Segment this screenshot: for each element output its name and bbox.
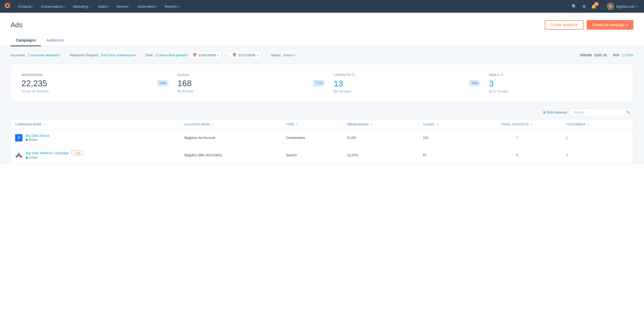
date-range-dropdown[interactable]: Custom time period ▾ <box>156 53 188 57</box>
sort-icon[interactable]: ⇅ <box>44 123 46 126</box>
notification-badge: 23 <box>594 2 599 6</box>
col-impressions: IMPRESSIONS ⇅ <box>343 120 419 129</box>
chevron-down-icon: ▾ <box>217 54 219 57</box>
attribution-dropdown[interactable]: First form submission ▾ <box>101 53 136 57</box>
search-icon[interactable]: 🔍 <box>570 2 578 11</box>
chevron-down-icon: ▾ <box>257 54 258 57</box>
col-type: TYPE ⇅ <box>282 120 343 129</box>
top-nav: Contacts ▾ Conversations ▾ Marketing ▾ S… <box>0 0 644 13</box>
stat-contacts: CONTACTS ⓘ 13 $25.80 each <box>327 73 467 93</box>
google-ads-icon <box>15 151 22 159</box>
impressions-cell: 13,070 <box>343 146 419 164</box>
chevron-down-icon: ▾ <box>186 54 188 57</box>
table-section: ⊞ Edit columns 🔍 CAMPAIGN NAME ⇅ A <box>0 108 644 164</box>
calendar-icon: 📅 <box>232 53 237 57</box>
nav-sales[interactable]: Sales ▾ <box>95 3 112 10</box>
stat-clicks: CLICKS 168 $2.00 each <box>171 73 311 93</box>
nav-service[interactable]: Service ▾ <box>113 3 133 10</box>
contacts-rate-badge: 23% <box>469 80 480 86</box>
total-contacts-cell: 7 <box>472 129 562 146</box>
info-icon[interactable]: ⓘ <box>352 73 355 77</box>
accounts-label: Accounts: <box>11 53 26 57</box>
date-to-button[interactable]: 📅 11/11/2016 ▾ <box>229 52 261 59</box>
campaign-name-cell: Big Data Webinar Campaign 2 tips Active <box>11 146 180 164</box>
sort-icon[interactable]: ⇅ <box>587 123 590 126</box>
stat-contacts-sub: $25.80 each <box>334 90 461 93</box>
stats-card: IMPRESSIONS 22,235 Across all networks 0… <box>11 64 633 102</box>
campaign-link[interactable]: Big Data Ebook <box>26 134 49 138</box>
table-toolbar: ⊞ Edit columns 🔍 <box>11 108 633 116</box>
nav-contacts[interactable]: Contacts ▾ <box>15 3 37 10</box>
col-account-name: ACCOUNT NAME ⇅ <box>180 120 282 129</box>
chevron-icon: ▾ <box>89 5 91 8</box>
nav-conversations[interactable]: Conversations ▾ <box>38 3 69 10</box>
attribution-label: Attribution Reports: <box>70 53 99 57</box>
impressions-cell: 9,165 <box>343 129 419 146</box>
nav-marketing[interactable]: Marketing ▾ <box>70 3 94 10</box>
tab-audiences[interactable]: Audiences <box>41 35 69 46</box>
svg-point-3 <box>16 156 18 158</box>
separator: | <box>265 53 266 57</box>
campaign-status: Active <box>26 138 49 142</box>
chevron-icon: ▾ <box>129 5 130 8</box>
page-wrapper: Ads Create audience Create ad campaign ▾… <box>0 13 644 333</box>
sort-icon[interactable]: ⇅ <box>531 123 533 126</box>
date-label: Date: <box>145 53 154 57</box>
date-from-button[interactable]: 📅 11/01/2016 ▾ <box>190 52 221 59</box>
nav-divider <box>601 3 601 10</box>
stat-contacts-label: CONTACTS ⓘ <box>334 73 461 77</box>
sort-icon[interactable]: ⇅ <box>436 123 439 126</box>
table-row: Big Data Webinar Campaign 2 tips Active <box>11 146 633 164</box>
chevron-icon: ▾ <box>108 5 109 8</box>
stat-impressions-label: IMPRESSIONS <box>21 73 149 76</box>
table-header-row: CAMPAIGN NAME ⇅ ACCOUNT NAME ⇅ TYPE ⇅ <box>11 120 633 129</box>
info-icon[interactable]: ⓘ <box>501 73 504 77</box>
search-box: 🔍 <box>570 108 633 116</box>
nav-reports[interactable]: Reports ▾ <box>161 3 182 10</box>
search-input[interactable] <box>571 109 623 116</box>
arrow-right-icon: → <box>224 53 227 57</box>
chevron-down-icon: ▾ <box>59 54 60 57</box>
accounts-dropdown[interactable]: 2 accounts selected ▾ <box>28 53 60 57</box>
type-cell: Conversions <box>282 129 343 146</box>
col-customers: CUSTOMERS ⇅ <box>562 120 633 129</box>
create-ad-campaign-button[interactable]: Create ad campaign ▾ <box>587 20 633 30</box>
arrow-badge-1: 0.8% <box>155 80 171 86</box>
tips-badge[interactable]: 2 tips <box>71 150 83 155</box>
svg-point-2 <box>20 156 22 158</box>
sort-icon[interactable]: ⇅ <box>212 123 214 126</box>
svg-point-1 <box>6 4 8 7</box>
campaign-link[interactable]: Big Data Webinar Campaign <box>26 151 69 155</box>
type-cell: Search <box>282 146 343 164</box>
stat-impressions: IMPRESSIONS 22,235 Across all networks <box>21 73 155 93</box>
search-button[interactable]: 🔍 <box>623 109 633 116</box>
tab-campaigns[interactable]: Campaigns <box>11 35 41 46</box>
nav-automation[interactable]: Automation ▾ <box>134 3 160 10</box>
status-dot-active <box>26 157 28 159</box>
chevron-icon: ▾ <box>156 5 157 8</box>
separator: | <box>140 53 141 57</box>
chevron-icon: ▾ <box>33 5 34 8</box>
stat-deals-value: 3 <box>489 79 616 89</box>
tabs-container: Campaigns Audiences <box>0 35 644 46</box>
edit-columns-button[interactable]: ⊞ Edit columns <box>543 110 567 114</box>
user-avatar: B <box>607 3 614 10</box>
status-dropdown[interactable]: Active ▾ <box>283 53 295 57</box>
account-name-cell: Biglytics Ad Account <box>180 129 282 146</box>
hubspot-logo[interactable] <box>4 2 11 10</box>
sort-icon[interactable]: ⇅ <box>296 123 298 126</box>
customers-cell: 3 <box>562 146 633 164</box>
sort-icon[interactable]: ⇅ <box>370 123 373 126</box>
create-audience-button[interactable]: Create audience <box>545 20 583 30</box>
stat-impressions-sub: Across all networks <box>21 89 149 93</box>
calendar-icon: 📅 <box>193 53 197 57</box>
header-actions: Create audience Create ad campaign ▾ <box>545 20 633 30</box>
click-rate-badge: 7.7% <box>313 80 325 86</box>
notification-bell[interactable]: 🔔 23 <box>590 2 598 11</box>
user-menu[interactable]: B biglytics.net ▾ <box>605 2 640 11</box>
columns-icon: ⊞ <box>543 110 546 114</box>
stat-impressions-value: 22,235 <box>21 79 149 88</box>
stat-deals: DEALS ⓘ 3 $111.79 each <box>483 73 623 93</box>
chevron-down-icon: ▾ <box>636 5 638 8</box>
settings-icon[interactable]: ⚙ <box>581 2 587 11</box>
